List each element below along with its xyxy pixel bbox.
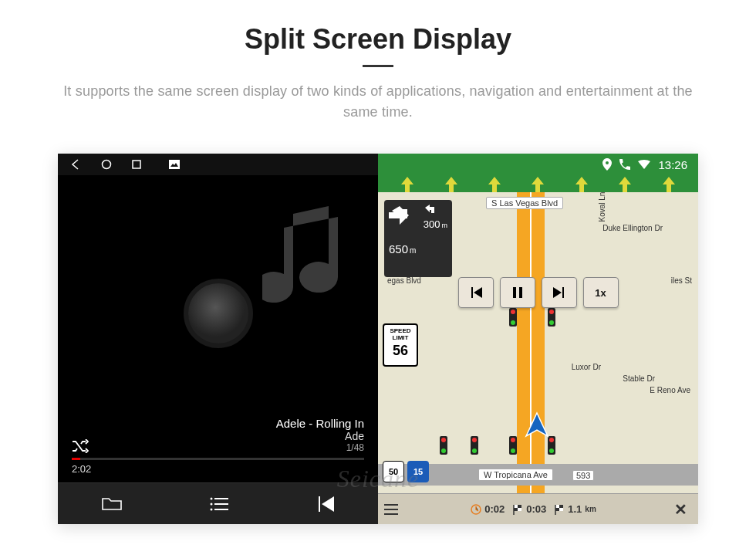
nav-pause-button[interactable] <box>500 277 535 308</box>
nav-speed-button[interactable]: 1x <box>583 277 619 308</box>
turn-main-distance: 650 <box>389 242 408 256</box>
turn-main-unit: m <box>410 246 416 255</box>
nav-bottom-bar: 0:02 0:03 1.1 km ✕ <box>378 493 698 524</box>
statusbar-time: 13:26 <box>658 158 687 171</box>
location-icon <box>602 158 612 171</box>
route-shields: 50 15 <box>383 461 429 482</box>
navigation-panel: S Las Vegas Blvd Duke Ellington Dr Koval… <box>378 154 698 524</box>
recents-icon[interactable] <box>132 160 141 169</box>
track-title: Adele - Rolling In <box>276 417 364 430</box>
svg-rect-7 <box>519 287 522 298</box>
folder-icon[interactable] <box>102 496 122 512</box>
svg-rect-11 <box>518 508 521 511</box>
street-label-top: S Las Vegas Blvd <box>486 197 563 209</box>
street-label-duke: Duke Ellington Dr <box>598 223 667 233</box>
phone-icon <box>619 159 630 170</box>
street-label-luxor: Luxor Dr <box>567 362 606 372</box>
svg-rect-6 <box>513 287 516 298</box>
menu-icon[interactable] <box>384 504 398 515</box>
street-num-bottom: 593 <box>572 470 594 481</box>
main-road <box>517 192 545 493</box>
playlist-icon[interactable] <box>210 497 228 511</box>
lane-arrow-icon <box>528 175 547 194</box>
wifi-icon <box>638 160 650 169</box>
street-label-reno: E Reno Ave <box>645 385 695 395</box>
street-label-giles: iles St <box>667 276 697 286</box>
traffic-light-icon <box>548 308 555 327</box>
title-underline <box>363 65 393 67</box>
route-shield-b: 15 <box>407 461 429 482</box>
svg-rect-1 <box>133 161 140 168</box>
previous-icon[interactable] <box>317 496 334 512</box>
picture-icon[interactable] <box>169 160 180 169</box>
nav-prev-button[interactable] <box>458 277 494 308</box>
turn-next-distance: 300 <box>424 218 440 230</box>
nav-next-button[interactable] <box>542 277 577 308</box>
svg-point-0 <box>103 161 111 169</box>
nav-time-b: 0:03 <box>526 503 546 515</box>
vehicle-cursor-icon <box>523 411 551 439</box>
page-subtitle: It supports the same screen display of t… <box>46 81 710 123</box>
svg-rect-2 <box>169 160 180 169</box>
device-screenshot: 13:26 <box>58 154 698 524</box>
street-label-bottom: W Tropicana Ave <box>478 469 553 481</box>
street-label-koval: Koval Ln <box>597 192 607 227</box>
turn-next-unit: m <box>442 222 448 229</box>
back-icon[interactable] <box>70 159 81 170</box>
turn-left-icon <box>389 205 413 229</box>
page-title: Split Screen Display <box>46 23 710 56</box>
joystick-control[interactable] <box>184 279 253 348</box>
lane-arrow-icon <box>616 175 634 194</box>
flag-icon <box>512 504 523 515</box>
music-bottom-bar <box>58 482 378 524</box>
music-note-icon <box>262 206 363 322</box>
lane-arrow-icon <box>485 175 504 194</box>
nav-dist-value: 1.1 <box>568 503 582 515</box>
traffic-light-icon <box>471 436 478 455</box>
track-artist: Ade <box>276 430 364 442</box>
lane-guidance <box>378 175 698 194</box>
nav-playback-controls: 1x <box>458 277 619 308</box>
lane-arrow-icon <box>398 175 417 194</box>
statusbar-right: 13:26 <box>592 154 698 175</box>
music-panel: Adele - Rolling In Ade 1/48 2:02 <box>58 154 378 524</box>
speed-limit-label: SPEED LIMIT <box>390 327 410 341</box>
svg-point-3 <box>211 497 213 499</box>
traffic-light-icon <box>509 436 517 455</box>
clock-icon <box>471 504 481 515</box>
lane-arrow-icon <box>442 175 461 194</box>
progress-bar[interactable] <box>72 458 364 460</box>
turn-next-icon <box>424 205 447 218</box>
svg-point-4 <box>211 503 213 505</box>
traffic-light-icon <box>440 436 447 455</box>
traffic-light-icon <box>509 308 517 327</box>
turn-panel: 300 m 650 m <box>384 200 452 277</box>
track-count: 1/48 <box>276 442 364 453</box>
lane-arrow-icon <box>572 175 591 194</box>
nav-time-a: 0:02 <box>484 503 505 515</box>
svg-point-5 <box>211 508 213 510</box>
nav-dist-unit: km <box>585 505 596 513</box>
shuffle-icon[interactable] <box>72 439 89 453</box>
speed-limit-sign: SPEED LIMIT 56 <box>383 323 418 367</box>
elapsed-time: 2:02 <box>72 463 91 475</box>
street-label-stable: Stable Dr <box>618 374 660 384</box>
home-icon[interactable] <box>101 159 112 170</box>
route-shield-a: 50 <box>383 461 404 482</box>
lane-arrow-icon <box>660 175 678 194</box>
flag-dist-icon <box>554 504 565 515</box>
speed-limit-value: 56 <box>384 343 417 359</box>
svg-rect-15 <box>559 508 563 511</box>
statusbar-left <box>58 154 378 175</box>
close-icon[interactable]: ✕ <box>669 499 692 520</box>
